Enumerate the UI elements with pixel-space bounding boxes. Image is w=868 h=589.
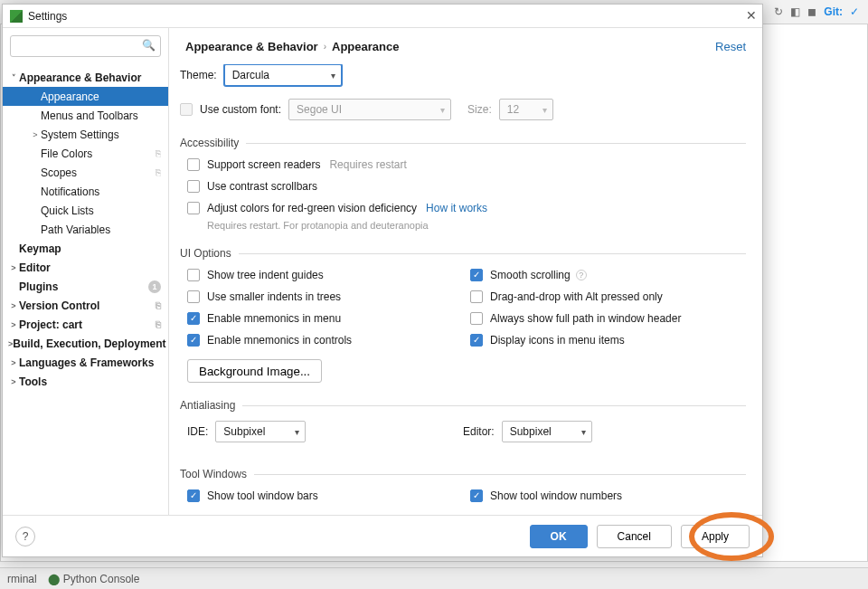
tree-item-label: Keymap xyxy=(19,242,161,255)
tw-numbers-label: Show tool window numbers xyxy=(490,489,622,502)
antialiasing-section-title: Antialiasing xyxy=(180,399,746,412)
icons-menu-label: Display icons in menu items xyxy=(490,334,625,347)
chevron-down-icon[interactable]: ˅ xyxy=(8,73,19,82)
breadcrumb-parent[interactable]: Appearance & Behavior xyxy=(185,40,318,53)
tw-bars-checkbox[interactable] xyxy=(187,489,200,502)
aa-editor-combo[interactable]: Subpixel xyxy=(502,421,592,442)
aa-ide-label: IDE: xyxy=(187,425,208,438)
tree-item[interactable]: Notifications xyxy=(3,182,168,201)
full-path-checkbox[interactable] xyxy=(470,312,483,325)
tw-bars-label: Show tool window bars xyxy=(207,489,318,502)
tree-item-label: Project: cart xyxy=(19,318,152,331)
smooth-scroll-label: Smooth scrolling xyxy=(490,269,571,281)
chevron-right-icon[interactable]: > xyxy=(8,263,19,272)
git-label[interactable]: Git: xyxy=(824,5,843,18)
git-branch-icon[interactable]: ✓ xyxy=(850,5,859,18)
icons-menu-checkbox[interactable] xyxy=(470,334,483,347)
colorblind-hint: Requires restart. For protanopia and deu… xyxy=(207,220,746,231)
tree-item[interactable]: File Colors⎘ xyxy=(3,144,168,163)
tree-item[interactable]: >Editor xyxy=(3,258,168,277)
tree-item[interactable]: Menus and Toolbars xyxy=(3,106,168,125)
tree-item[interactable]: Appearance xyxy=(3,87,168,106)
colorblind-label: Adjust colors for red-green vision defic… xyxy=(207,202,417,214)
terminal-tab[interactable]: rminal xyxy=(7,573,37,585)
screen-readers-checkbox[interactable] xyxy=(187,158,200,171)
chevron-right-icon[interactable]: > xyxy=(8,301,19,310)
reload-icon[interactable]: ↻ xyxy=(774,5,783,18)
theme-label: Theme: xyxy=(180,69,217,81)
tree-item-label: Build, Execution, Deployment xyxy=(13,337,165,350)
tree-item[interactable]: Path Variables xyxy=(3,220,168,239)
tree-item-label: System Settings xyxy=(41,128,161,141)
tree-item-label: Languages & Frameworks xyxy=(19,356,161,369)
tree-item[interactable]: Plugins1 xyxy=(3,277,168,296)
mnemonics-ctrl-checkbox[interactable] xyxy=(187,334,200,347)
aa-ide-combo[interactable]: Subpixel xyxy=(215,421,306,442)
tree-item-label: Menus and Toolbars xyxy=(41,109,161,122)
chevron-right-icon[interactable]: > xyxy=(8,320,19,329)
settings-tree[interactable]: ˅Appearance & BehaviorAppearanceMenus an… xyxy=(3,64,168,515)
dnd-alt-checkbox[interactable] xyxy=(470,290,483,303)
tree-item[interactable]: >Project: cart⎘ xyxy=(3,315,168,334)
cancel-button[interactable]: Cancel xyxy=(597,525,672,548)
smaller-indent-checkbox[interactable] xyxy=(187,290,200,303)
tree-item[interactable]: >System Settings xyxy=(3,125,168,144)
tree-item[interactable]: ˅Appearance & Behavior xyxy=(3,68,168,87)
background-image-button[interactable]: Background Image... xyxy=(187,359,322,383)
screen-readers-label: Support screen readers xyxy=(207,158,320,171)
custom-font-label: Use custom font: xyxy=(200,103,281,116)
colorblind-checkbox[interactable] xyxy=(187,202,200,214)
stop-icon[interactable]: ◼ xyxy=(807,5,816,18)
custom-font-checkbox[interactable] xyxy=(180,103,193,116)
contrast-scrollbars-checkbox[interactable] xyxy=(187,180,200,193)
apply-button[interactable]: Apply xyxy=(681,525,750,548)
tree-item[interactable]: >Version Control⎘ xyxy=(3,296,168,315)
scope-icon: ⎘ xyxy=(156,167,161,177)
reset-link[interactable]: Reset xyxy=(715,40,746,53)
dialog-footer: ? OK Cancel Apply xyxy=(3,515,762,556)
settings-icon xyxy=(10,10,23,23)
ok-button[interactable]: OK xyxy=(530,525,588,548)
contrast-scrollbars-label: Use contrast scrollbars xyxy=(207,180,317,193)
tree-item-label: Notifications xyxy=(41,185,161,198)
tree-item-label: Quick Lists xyxy=(41,204,161,217)
help-icon[interactable]: ? xyxy=(576,270,587,280)
tree-item-label: File Colors xyxy=(41,147,152,160)
search-input[interactable] xyxy=(10,35,161,57)
size-label: Size: xyxy=(467,103,492,116)
smooth-scroll-checkbox[interactable] xyxy=(470,269,483,281)
tree-item-label: Appearance & Behavior xyxy=(19,71,161,84)
help-button[interactable]: ? xyxy=(15,527,35,546)
chevron-right-icon[interactable]: > xyxy=(8,377,19,386)
tree-item[interactable]: Keymap xyxy=(3,239,168,258)
scope-icon: ⎘ xyxy=(156,300,161,310)
tree-item-label: Tools xyxy=(19,375,161,388)
tw-numbers-checkbox[interactable] xyxy=(470,489,483,502)
font-combo: Segoe UI xyxy=(288,99,451,120)
mnemonics-menu-checkbox[interactable] xyxy=(187,312,200,325)
toolbar-icon[interactable]: ◧ xyxy=(790,5,800,18)
scope-icon: ⎘ xyxy=(156,319,161,329)
tree-item[interactable]: >Languages & Frameworks xyxy=(3,353,168,372)
chevron-right-icon[interactable]: > xyxy=(8,358,19,367)
tree-item[interactable]: >Build, Execution, Deployment xyxy=(3,334,168,353)
dialog-title: Settings xyxy=(28,10,67,23)
full-path-label: Always show full path in window header xyxy=(490,312,681,325)
tree-item-label: Version Control xyxy=(19,299,152,312)
python-console-tab[interactable]: ⬤ Python Console xyxy=(48,573,140,585)
tree-item[interactable]: Scopes⎘ xyxy=(3,163,168,182)
colorblind-link[interactable]: How it works xyxy=(426,202,487,214)
smaller-indent-label: Use smaller indents in trees xyxy=(207,290,341,303)
theme-combo[interactable]: Darcula xyxy=(224,64,342,86)
close-icon[interactable]: ✕ xyxy=(746,8,757,23)
settings-sidebar: 🔍 ˅Appearance & BehaviorAppearanceMenus … xyxy=(3,28,169,515)
chevron-right-icon[interactable]: > xyxy=(30,130,41,139)
mnemonics-menu-label: Enable mnemonics in menu xyxy=(207,312,341,325)
tree-indent-checkbox[interactable] xyxy=(187,269,200,281)
tree-item[interactable]: Quick Lists xyxy=(3,201,168,220)
tree-item-label: Path Variables xyxy=(41,223,161,236)
tree-item[interactable]: >Tools xyxy=(3,372,168,391)
tree-item-label: Plugins xyxy=(19,280,148,293)
aa-editor-label: Editor: xyxy=(463,425,495,438)
tree-item-label: Appearance xyxy=(41,90,161,103)
